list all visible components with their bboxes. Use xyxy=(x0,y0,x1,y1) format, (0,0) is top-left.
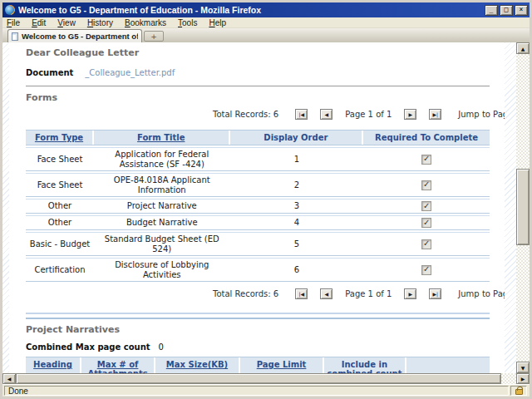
display-order: 6 xyxy=(230,264,364,277)
form-title: OPE-84.018A Applicant Information xyxy=(94,174,229,196)
menu-file[interactable]: File xyxy=(7,18,20,27)
col-max-attachments[interactable]: Max # of Attachments xyxy=(81,357,155,373)
next-page-button[interactable]: ▶ xyxy=(404,288,416,299)
form-title: Application for Federal Assistance (SF -… xyxy=(94,148,229,170)
required-checkbox[interactable] xyxy=(421,239,431,249)
menu-tools[interactable]: Tools xyxy=(178,18,197,27)
col-max-size[interactable]: Max Size(KB) xyxy=(155,357,240,373)
total-records-label: Total Records: 6 xyxy=(213,110,278,119)
document-label: Document xyxy=(26,68,73,77)
required-checkbox[interactable] xyxy=(421,265,431,275)
scroll-down-icon[interactable]: ▼ xyxy=(516,362,530,373)
project-narratives-heading: Project Narratives xyxy=(26,324,490,335)
col-form-title[interactable]: Form Title xyxy=(94,131,229,145)
form-title: Project Narrative xyxy=(94,200,229,213)
minimize-button[interactable]: _ xyxy=(485,5,498,16)
narratives-table-header: Heading Max # of Attachments Max Size(KB… xyxy=(26,357,490,373)
horizontal-scrollbar[interactable]: ◀ ▶ xyxy=(2,373,530,384)
forms-pagination-top: Total Records: 6 |◀ ◀ Page 1 of 1 ▶ ▶| J… xyxy=(26,107,490,121)
forms-pagination-bottom: Total Records: 6 |◀ ◀ Page 1 of 1 ▶ ▶| J… xyxy=(26,287,490,301)
last-page-button[interactable]: ▶| xyxy=(429,109,441,120)
col-required: Required To Complete xyxy=(363,131,490,145)
form-type: Basic - Budget xyxy=(26,238,94,251)
combined-max-page-label: Combined Max page count xyxy=(26,342,150,352)
required-checkbox[interactable] xyxy=(421,180,431,190)
menu-help[interactable]: Help xyxy=(209,18,226,27)
display-order: 3 xyxy=(230,200,364,213)
form-type: Certification xyxy=(26,264,94,277)
scrollbar-track[interactable] xyxy=(501,373,516,384)
restore-button[interactable]: □ xyxy=(500,5,513,16)
security-pane xyxy=(510,386,527,396)
lock-icon xyxy=(515,389,523,395)
page-icon xyxy=(12,32,18,41)
page-viewport: Dear Colleague Letter Document _Colleagu… xyxy=(2,42,516,373)
col-display-order: Display Order xyxy=(230,131,364,145)
prev-page-button[interactable]: ◀ xyxy=(320,288,332,299)
menu-history[interactable]: History xyxy=(87,18,113,27)
required-checkbox[interactable] xyxy=(421,218,431,228)
forms-table-header: Form Type Form Title Display Order Requi… xyxy=(26,130,490,145)
forms-table: Form Type Form Title Display Order Requi… xyxy=(26,130,490,282)
form-title: Budget Narrative xyxy=(94,216,229,229)
page-indicator: Page 1 of 1 xyxy=(345,110,392,119)
required-checkbox[interactable] xyxy=(421,201,431,211)
col-page-limit[interactable]: Page Limit xyxy=(240,357,325,373)
table-row: Other Budget Narrative 4 xyxy=(26,215,490,230)
table-row: Other Project Narrative 3 xyxy=(26,199,490,214)
col-filler xyxy=(406,357,490,373)
form-type: Other xyxy=(26,216,94,229)
menu-bookmarks[interactable]: Bookmarks xyxy=(125,18,166,27)
active-tab[interactable]: Welcome to G5 - Department of Edu... xyxy=(7,29,142,42)
table-row: Basic - Budget Standard Budget Sheet (ED… xyxy=(26,232,490,256)
table-row: Face Sheet OPE-84.018A Applicant Informa… xyxy=(26,173,490,197)
last-page-button[interactable]: ▶| xyxy=(429,288,441,299)
horizontal-scrollbar-thumb[interactable] xyxy=(16,373,501,384)
total-records-label: Total Records: 6 xyxy=(213,289,278,298)
browser-window: Welcome to G5 - Department of Education … xyxy=(0,0,532,399)
firefox-icon xyxy=(5,5,15,15)
dear-colleague-heading: Dear Colleague Letter xyxy=(26,47,490,58)
combined-max-page-value: 0 xyxy=(159,342,164,352)
scroll-left-icon[interactable]: ◀ xyxy=(2,373,16,384)
table-row: Face Sheet Application for Federal Assis… xyxy=(26,147,490,171)
forms-heading: Forms xyxy=(26,92,490,103)
page-indicator: Page 1 of 1 xyxy=(345,289,392,298)
page-content: Dear Colleague Letter Document _Colleagu… xyxy=(9,42,505,373)
display-order: 1 xyxy=(230,153,364,166)
display-order: 2 xyxy=(230,179,364,192)
title-bar: Welcome to G5 - Department of Education … xyxy=(2,2,530,17)
first-page-button[interactable]: |◀ xyxy=(295,288,308,299)
status-text: Done xyxy=(4,386,509,396)
scroll-up-icon[interactable]: ▲ xyxy=(516,42,530,54)
project-narratives-table: Heading Max # of Attachments Max Size(KB… xyxy=(26,357,490,373)
col-heading[interactable]: Heading xyxy=(26,357,81,373)
menu-view[interactable]: View xyxy=(57,18,76,27)
table-row: Certification Disclosure of Lobbying Act… xyxy=(26,258,490,282)
col-include-combined: Include in combined count xyxy=(324,357,406,373)
close-button[interactable]: × xyxy=(515,5,528,16)
window-title: Welcome to G5 - Department of Education … xyxy=(18,5,485,15)
vertical-scrollbar-thumb[interactable] xyxy=(516,169,530,245)
form-title: Standard Budget Sheet (ED 524) xyxy=(94,233,229,255)
left-margin-pattern xyxy=(2,42,9,373)
jump-to-page-label: Jump to Page xyxy=(458,289,505,298)
jump-to-page-label: Jump to Page xyxy=(458,110,505,119)
tab-title: Welcome to G5 - Department of Edu... xyxy=(22,32,138,41)
status-bar: Done xyxy=(2,384,530,397)
col-form-type[interactable]: Form Type xyxy=(26,131,94,145)
required-checkbox[interactable] xyxy=(421,155,431,165)
next-page-button[interactable]: ▶ xyxy=(404,109,416,120)
form-type: Face Sheet xyxy=(26,179,94,192)
new-tab-button[interactable]: + xyxy=(144,31,164,42)
first-page-button[interactable]: |◀ xyxy=(295,109,308,120)
form-type: Other xyxy=(26,200,94,213)
colleague-letter-link[interactable]: _Colleague_Letter.pdf xyxy=(85,68,175,77)
scroll-right-icon[interactable]: ▶ xyxy=(516,373,530,384)
vertical-scrollbar[interactable]: ▲ ▼ xyxy=(516,42,530,373)
form-title: Disclosure of Lobbying Activities xyxy=(94,259,229,281)
section-divider xyxy=(26,86,490,86)
right-margin-pattern xyxy=(505,42,516,373)
prev-page-button[interactable]: ◀ xyxy=(320,109,332,120)
menu-edit[interactable]: Edit xyxy=(32,18,46,27)
